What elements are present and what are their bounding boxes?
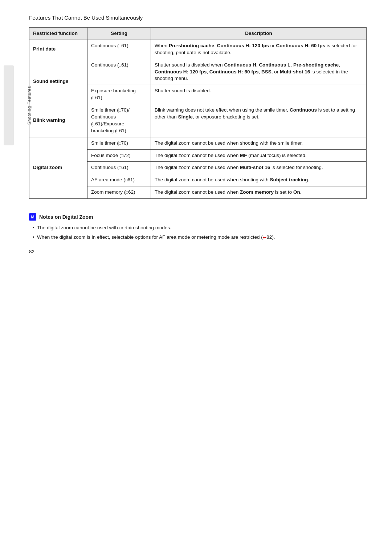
- description-cell: The digital zoom cannot be used when MF …: [151, 149, 367, 162]
- setting-cell: Continuous (□61): [87, 40, 151, 59]
- restricted-function-cell: Print date: [29, 40, 87, 59]
- header-restricted: Restricted function: [29, 28, 87, 40]
- notes-list-item: When the digital zoom is in effect, sele…: [33, 234, 367, 241]
- page-container: Shooting Features Features That Cannot B…: [0, 0, 392, 265]
- description-cell: The digital zoom cannot be used when Mul…: [151, 162, 367, 174]
- table-row: Digital zoomSmile timer (□70)The digital…: [29, 137, 367, 149]
- description-cell: When Pre-shooting cache, Continuous H: 1…: [151, 40, 367, 59]
- table-row: Sound settingsContinuous (□61)Shutter so…: [29, 59, 367, 85]
- table-row: Blink warningSmile timer (□70)/ Continuo…: [29, 104, 367, 137]
- features-table: Restricted function Setting Description …: [29, 27, 367, 199]
- sidebar-box: Shooting Features: [4, 65, 14, 145]
- setting-cell: AF area mode (□61): [87, 174, 151, 186]
- description-cell: Shutter sound is disabled.: [151, 85, 367, 104]
- sidebar-label: Shooting Features: [27, 86, 32, 125]
- notes-list-item: The digital zoom cannot be used with cer…: [33, 224, 367, 231]
- restricted-function-cell: Sound settings: [29, 59, 87, 104]
- page-title: Features That Cannot Be Used Simultaneou…: [29, 15, 367, 21]
- description-cell: Shutter sound is disabled when Continuou…: [151, 59, 367, 85]
- restricted-function-cell: Digital zoom: [29, 137, 87, 198]
- notes-title: Notes on Digital Zoom: [39, 214, 93, 220]
- setting-cell: Smile timer (□70): [87, 137, 151, 149]
- table-row: Print dateContinuous (□61)When Pre-shoot…: [29, 40, 367, 59]
- notes-icon: M: [29, 213, 36, 221]
- page-number: 82: [29, 249, 34, 254]
- header-setting: Setting: [87, 28, 151, 40]
- setting-cell: Exposure bracketing (□61): [87, 85, 151, 104]
- description-cell: Blink warning does not take effect when …: [151, 104, 367, 137]
- table-header-row: Restricted function Setting Description: [29, 28, 367, 40]
- header-description: Description: [151, 28, 367, 40]
- setting-cell: Zoom memory (□62): [87, 186, 151, 199]
- description-cell: The digital zoom cannot be used when Zoo…: [151, 186, 367, 199]
- description-cell: The digital zoom cannot be used when sho…: [151, 174, 367, 186]
- setting-cell: Smile timer (□70)/ Continuous (□61)/Expo…: [87, 104, 151, 137]
- restricted-function-cell: Blink warning: [29, 104, 87, 137]
- setting-cell: Continuous (□61): [87, 162, 151, 174]
- setting-cell: Continuous (□61): [87, 59, 151, 85]
- notes-list: The digital zoom cannot be used with cer…: [29, 224, 367, 241]
- description-cell: The digital zoom cannot be used when sho…: [151, 137, 367, 149]
- setting-cell: Focus mode (□72): [87, 149, 151, 162]
- notes-section: M Notes on Digital Zoom The digital zoom…: [29, 213, 367, 241]
- notes-header: M Notes on Digital Zoom: [29, 213, 367, 221]
